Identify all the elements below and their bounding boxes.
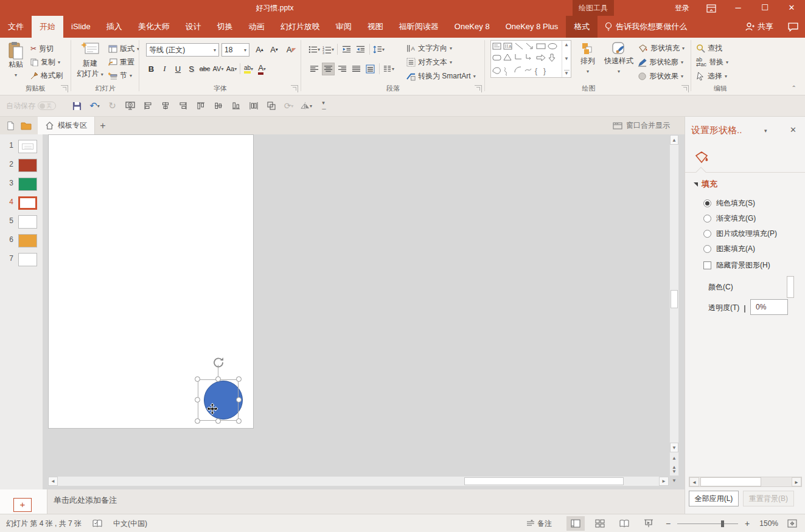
reset-background-button[interactable]: 重置背景(B) [743, 491, 794, 506]
paste-button[interactable]: 粘贴▾ [5, 41, 27, 78]
rotate-objects-button[interactable]: ⟳▾ [280, 98, 298, 113]
align-left-button[interactable] [308, 63, 321, 75]
scroll-down-button[interactable]: ▼ [670, 443, 678, 452]
find-button[interactable]: 查找 [696, 41, 752, 55]
tab-view[interactable]: 视图 [360, 16, 391, 38]
panel-close-button[interactable]: ✕ [790, 125, 796, 134]
change-case-button[interactable]: Aa▾ [225, 63, 238, 75]
strikethrough-button[interactable]: abc [198, 63, 211, 75]
option-pattern-fill[interactable]: 图案填充(A) [703, 244, 755, 254]
resize-handle-bottom-left[interactable] [195, 418, 200, 424]
align-center-button[interactable] [322, 63, 335, 75]
group-objects-button[interactable] [262, 98, 280, 113]
underline-button[interactable]: U [172, 63, 184, 75]
merge-windows-button[interactable]: 窗口合并显示 [613, 120, 670, 131]
tab-slideshow[interactable]: 幻灯片放映 [273, 16, 328, 38]
notes-placeholder[interactable]: 单击此处添加备注 [54, 495, 117, 506]
quick-styles-button[interactable]: 快速样式▾ [602, 41, 635, 75]
radio-gradient-fill[interactable] [703, 215, 711, 223]
customize-qat-button[interactable]: ▾─ [315, 98, 333, 113]
align-right-button[interactable] [336, 63, 349, 75]
format-painter-button[interactable]: 格式刷 [30, 69, 63, 82]
resize-handle-bottom-right[interactable] [236, 418, 242, 424]
sign-in-button[interactable]: 登录 [666, 3, 698, 13]
clipboard-dialog-launcher[interactable] [61, 85, 68, 92]
justify-button[interactable] [350, 63, 363, 75]
resize-handle-top-right[interactable] [236, 376, 242, 382]
horizontal-scroll-thumb[interactable] [464, 477, 624, 485]
character-spacing-button[interactable]: AV▾ [212, 63, 225, 75]
shape-fill-button[interactable]: 形状填充▾ [638, 41, 690, 55]
align-objects-bottom-button[interactable] [227, 98, 245, 113]
resize-handle-top-center[interactable] [215, 376, 221, 382]
next-slide-button[interactable]: ▼▼ [670, 467, 678, 477]
minimize-button[interactable]: ─ [725, 0, 751, 16]
new-slide-button[interactable]: 新建 幻灯片 ▾ [75, 41, 105, 79]
slide-thumbnail-1[interactable]: 1 [0, 139, 43, 154]
share-button[interactable]: 共享 [737, 16, 781, 38]
tab-transitions[interactable]: 切换 [209, 16, 241, 38]
tab-insert[interactable]: 插入 [99, 16, 130, 38]
start-slideshow-button[interactable] [121, 98, 139, 113]
slide-editing-canvas[interactable]: ▲ ▼ ▲▲ ▼▼ ◄ ► [43, 134, 685, 489]
radio-pattern-fill[interactable] [703, 245, 711, 253]
ribbon-display-options-button[interactable] [698, 0, 725, 16]
tab-design[interactable]: 设计 [178, 16, 209, 38]
fill-color-button[interactable] [787, 276, 794, 298]
shape-effects-button[interactable]: 形状效果▾ [638, 69, 690, 83]
shape-outline-button[interactable]: 形状轮廓▾ [638, 55, 690, 69]
numbering-button[interactable]: ▾ [322, 43, 335, 56]
rotation-handle[interactable] [212, 355, 225, 368]
drawing-dialog-launcher[interactable] [681, 85, 689, 92]
open-document-button[interactable] [18, 117, 34, 134]
layout-button[interactable]: 版式▾ [108, 42, 139, 55]
scroll-left-button[interactable]: ◄ [48, 477, 58, 486]
new-tab-button[interactable]: + [95, 117, 111, 134]
tab-onekey8[interactable]: OneKey 8 [447, 16, 498, 38]
notes-toggle-button[interactable]: 备注 [537, 519, 552, 529]
slide-thumbnail-7[interactable]: 7 [0, 252, 43, 267]
radio-solid-fill[interactable] [703, 199, 711, 207]
new-document-button[interactable] [2, 117, 18, 134]
text-highlight-button[interactable]: ab▾ [242, 63, 255, 75]
tab-review[interactable]: 审阅 [328, 16, 360, 38]
tab-home[interactable]: 开始 [32, 16, 63, 38]
template-zone-tab[interactable]: 模板专区 [38, 117, 95, 134]
option-solid-fill[interactable]: 纯色填充(S) [703, 198, 755, 209]
bold-button[interactable]: B [145, 63, 158, 75]
section-button[interactable]: 节▾ [108, 69, 132, 82]
save-button[interactable] [68, 98, 86, 113]
clear-formatting-button[interactable]: A◤ [285, 43, 298, 56]
slide-thumbnail-5[interactable]: 5 [0, 215, 43, 229]
panel-horizontal-scrollbar[interactable]: ◄ ► [689, 477, 802, 487]
reset-button[interactable]: 重置 [108, 55, 134, 69]
zoom-slider[interactable] [677, 523, 738, 524]
tab-file[interactable]: 文件 [0, 16, 32, 38]
align-objects-middle-button[interactable] [209, 98, 227, 113]
fill-and-line-tab[interactable] [692, 148, 711, 165]
columns-button[interactable]: ▾ [382, 63, 395, 75]
radio-picture-texture-fill[interactable] [703, 230, 711, 238]
arrange-button[interactable]: 排列▾ [577, 41, 599, 75]
tab-onekey8plus[interactable]: OneKey 8 Plus [498, 16, 566, 38]
transparency-input[interactable]: 0% [750, 299, 788, 315]
resize-handle-middle-left[interactable] [195, 397, 200, 402]
align-objects-left-button[interactable] [139, 98, 156, 113]
panel-title-dropdown[interactable]: ▾ [764, 128, 767, 134]
text-shadow-button[interactable]: S [185, 63, 198, 75]
redo-button[interactable]: ↻ [103, 98, 121, 113]
previous-slide-button[interactable]: ▲▲ [670, 454, 678, 463]
panel-scroll-right-button[interactable]: ► [792, 477, 801, 486]
shapes-gallery-scroll[interactable]: ▲▼▼ [562, 41, 571, 77]
option-picture-texture-fill[interactable]: 图片或纹理填充(P) [703, 229, 777, 239]
tab-beautify[interactable]: 美化大师 [130, 16, 178, 38]
select-button[interactable]: 选择▾ [696, 69, 752, 83]
comments-button[interactable] [781, 16, 805, 38]
slide-thumbnail-2[interactable]: 2 [0, 158, 43, 173]
panel-scroll-left-button[interactable]: ◄ [689, 477, 699, 486]
fill-section-header[interactable]: 填充 [694, 179, 717, 190]
tab-islide[interactable]: iSlide [63, 16, 99, 38]
shapes-gallery[interactable]: A { [490, 40, 571, 78]
scroll-up-button[interactable]: ▲ [670, 135, 678, 145]
slide-thumbnail-3[interactable]: 3 [0, 177, 43, 192]
